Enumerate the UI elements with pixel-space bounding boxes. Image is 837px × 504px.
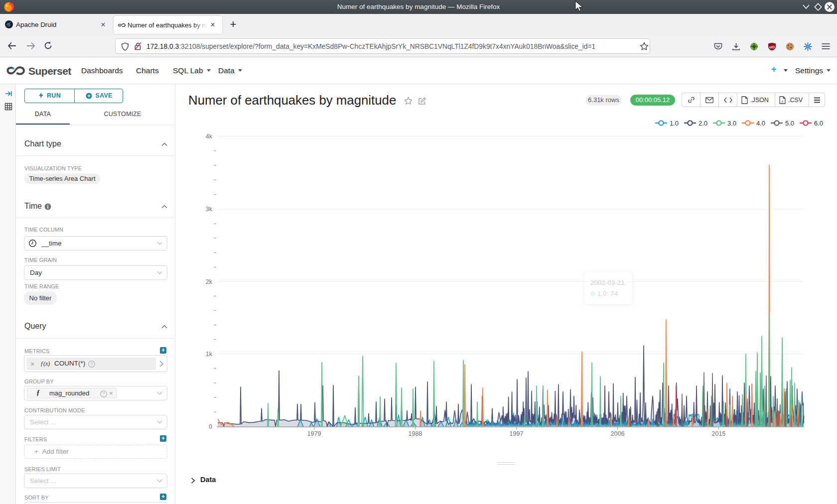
svg-text:3k: 3k [206,206,213,213]
svg-text:2006: 2006 [611,430,625,437]
svg-text:x: x [782,100,784,103]
svg-text:4k: 4k [206,133,213,140]
svg-text:?: ? [102,391,105,396]
svg-text:2015: 2015 [712,430,726,437]
svg-text:1997: 1997 [510,430,524,437]
svg-text:0: 0 [209,423,212,430]
svg-text:1979: 1979 [307,430,321,437]
svg-text:1988: 1988 [409,430,422,437]
svg-text:2k: 2k [206,278,213,285]
svg-text:uO: uO [769,45,775,49]
svg-text:?: ? [90,362,93,367]
svg-text:1k: 1k [206,351,213,358]
